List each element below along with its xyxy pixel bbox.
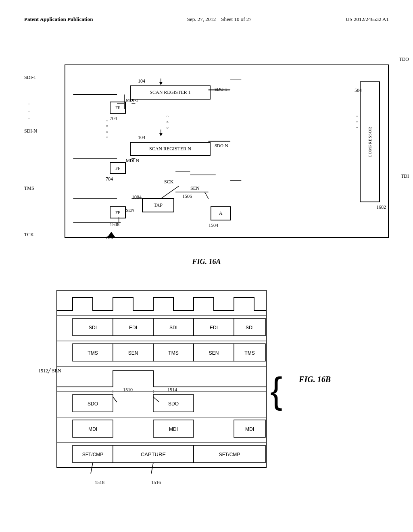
- sen-top-label: SEN: [190, 185, 200, 191]
- scan-register-n-label: SCAN REGISTER N: [149, 146, 191, 152]
- sdon-label: SDO-N: [215, 143, 228, 148]
- ref-1512: 1512╱ SEN: [38, 368, 61, 374]
- ref-1514: 1514: [167, 387, 177, 393]
- svg-line-79: [91, 463, 93, 474]
- num-1506: 1506: [182, 193, 192, 200]
- num-1508: 1508: [110, 222, 119, 228]
- scan-register-n-box: SCAN REGISTER N: [130, 142, 211, 156]
- page-header: Patent Application Publication Sep. 27, …: [24, 16, 389, 23]
- tck-signal-label: TCK: [24, 232, 34, 238]
- svg-text:{: {: [270, 370, 282, 411]
- fig16a-diagram: COMPRESSOR SCAN REGISTER 1 SCAN REGISTER…: [24, 48, 389, 266]
- sdo1-label: SDO-1: [215, 87, 227, 91]
- dots-right: •••: [356, 114, 358, 131]
- num-704a: 704: [110, 116, 117, 122]
- page: Patent Application Publication Sep. 27, …: [0, 0, 413, 532]
- header-center: Sep. 27, 2012 Sheet 10 of 27: [187, 16, 252, 23]
- svg-text:SFT/CMP: SFT/CMP: [219, 452, 240, 457]
- svg-text:SFT/CMP: SFT/CMP: [82, 452, 104, 457]
- svg-text:SDI: SDI: [246, 325, 254, 330]
- tap-label: TAP: [154, 202, 163, 208]
- svg-line-10: [161, 186, 179, 199]
- a-label: A: [219, 210, 223, 216]
- ff-n-label: FF: [115, 166, 120, 170]
- svg-text:TMS: TMS: [88, 350, 98, 356]
- num-704b: 704: [106, 176, 113, 182]
- dots-mid2: ○○○: [166, 114, 169, 131]
- svg-text:SDI: SDI: [169, 325, 177, 330]
- svg-text:MDI: MDI: [88, 426, 97, 432]
- scan-register-1-box: SCAN REGISTER 1: [130, 85, 211, 100]
- svg-text:TMS: TMS: [168, 350, 178, 356]
- svg-text:EDI: EDI: [129, 325, 137, 330]
- svg-text:SEN: SEN: [128, 350, 138, 356]
- num-104a: 104: [138, 78, 145, 84]
- pub-date: Sep. 27, 2012: [187, 16, 216, 22]
- ff-box-1: FF: [110, 102, 126, 114]
- ff-tms-box: FF: [110, 206, 126, 218]
- svg-rect-23: [56, 290, 266, 468]
- svg-line-80: [151, 463, 153, 474]
- tms-signal-label: TMS: [24, 185, 34, 191]
- svg-text:MDI: MDI: [169, 426, 178, 432]
- sck-label: SCK: [164, 179, 173, 185]
- mdin-label: MDI-N: [126, 158, 139, 163]
- svg-text:SDO: SDO: [168, 401, 179, 407]
- header-right: US 2012/246532 A1: [346, 16, 389, 23]
- svg-line-78: [153, 397, 159, 402]
- svg-text:SDI: SDI: [89, 325, 97, 330]
- num-1602: 1602: [376, 204, 386, 210]
- num-104b: 104: [138, 135, 145, 141]
- num-1504: 1504: [209, 222, 218, 229]
- mdi1-label: MDI-1: [126, 98, 138, 102]
- svg-text:SDO: SDO: [88, 401, 98, 407]
- svg-text:SEN: SEN: [209, 350, 219, 356]
- svg-text:EDI: EDI: [210, 325, 218, 330]
- ff-box-n: FF: [110, 162, 126, 174]
- ff-tms-label: FF: [115, 210, 120, 215]
- sen-ff-label: SEN: [126, 208, 134, 212]
- a-block-box: A: [211, 206, 231, 220]
- sheet-info: Sheet 10 of 27: [221, 16, 251, 22]
- svg-text:CAPTURE: CAPTURE: [141, 451, 166, 457]
- dots-left: ···: [28, 101, 30, 123]
- scan-register-1-label: SCAN REGISTER 1: [150, 89, 190, 96]
- num-706: 706: [106, 235, 113, 241]
- tdi-signal-label: TDI: [401, 173, 409, 179]
- compressor-label: COMPRESSOR: [368, 127, 372, 157]
- outer-border-box: COMPRESSOR SCAN REGISTER 1 SCAN REGISTER…: [65, 64, 389, 238]
- svg-text:TMS: TMS: [244, 350, 254, 356]
- timing-diagram-area: TCK SDI TMS SEN SDO MDI OPERATION SDI ED…: [56, 290, 290, 484]
- ff-1-label: FF: [115, 105, 120, 110]
- sdin-signal-label: SDI-N: [24, 128, 37, 134]
- ref-1516: 1516: [151, 480, 161, 486]
- ref-1510: 1510: [123, 387, 133, 393]
- svg-line-77: [113, 397, 117, 402]
- svg-text:MDI: MDI: [245, 426, 254, 432]
- ref-1518: 1518: [95, 480, 104, 486]
- sdi1-signal-label: SDI-1: [24, 75, 36, 81]
- tdo-signal-label: TDO: [399, 56, 409, 62]
- fig16b-diagram: TCK SDI TMS SEN SDO MDI OPERATION SDI ED…: [24, 282, 389, 508]
- num-504: 504: [355, 87, 362, 94]
- svg-line-12: [205, 192, 209, 199]
- header-left: Patent Application Publication: [24, 16, 93, 23]
- dots-mid1: ○○○○: [106, 118, 108, 140]
- fig16a-title: FIG. 16A: [192, 258, 221, 266]
- num-1004: 1004: [132, 194, 142, 200]
- tap-box: TAP: [142, 198, 174, 212]
- fig16b-title: FIG. 16B: [299, 375, 331, 384]
- compressor-box: COMPRESSOR: [360, 81, 380, 202]
